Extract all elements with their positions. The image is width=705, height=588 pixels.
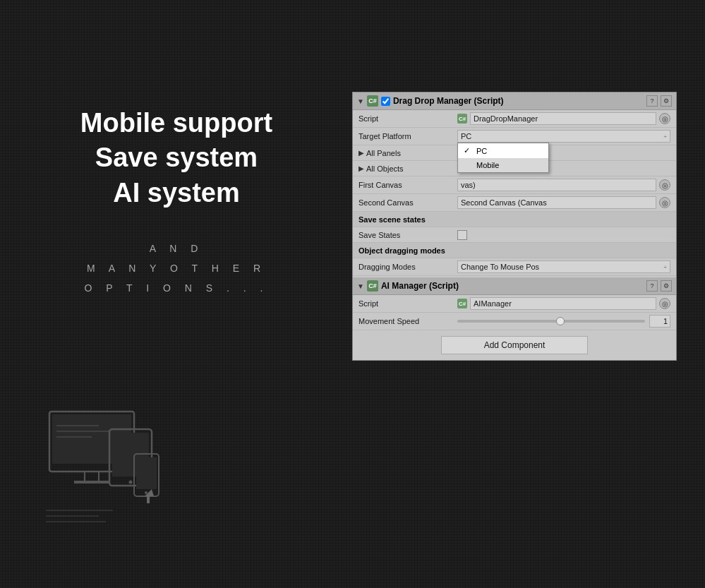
target-platform-dropdown-field[interactable]: PC ÷ [457, 130, 670, 143]
dragging-modes-dropdown-arrow: ÷ [664, 264, 667, 270]
drag-drop-enabled-checkbox[interactable] [381, 97, 390, 106]
first-canvas-circle-btn[interactable]: ◎ [659, 179, 670, 191]
first-canvas-value-container: vas) ◎ [457, 179, 670, 191]
main-heading: Mobile support Save system AI system [42, 106, 311, 210]
drag-drop-script-icon: C# [367, 95, 378, 107]
ai-manager-settings-icon[interactable]: ⚙ [661, 280, 672, 292]
dragging-modes-row: Dragging Modes Change To Mouse Pos ÷ [353, 258, 676, 276]
movement-speed-row: Movement Speed 1 [353, 313, 676, 330]
svg-rect-8 [136, 457, 157, 489]
pc-checkmark: ✓ [464, 146, 472, 155]
save-scene-states-title: Save scene states [358, 215, 426, 224]
movement-speed-slider: 1 [457, 315, 670, 328]
unity-inspector-panel: ▼ C# Drag Drop Manager (Script) ? ⚙ Scri… [352, 92, 677, 361]
save-states-checkbox-container [457, 230, 670, 240]
ai-script-file-icon: C# [457, 299, 467, 308]
subtext-line3: O P T I O N S . . . [85, 282, 269, 294]
script-field-value: DragDropManager [474, 114, 538, 123]
all-panels-label: All Panels [366, 149, 401, 157]
ai-manager-fold-arrow[interactable]: ▼ [357, 282, 364, 290]
first-canvas-field[interactable]: vas) [457, 179, 656, 191]
target-platform-row: Target Platform PC ÷ ✓ PC Mobile [353, 128, 676, 145]
ai-manager-help-icon[interactable]: ? [646, 280, 658, 292]
ai-script-field-value: AIManager [474, 299, 512, 308]
target-platform-value-container: PC ÷ ✓ PC Mobile [457, 130, 670, 143]
heading-line2: Save system [95, 143, 258, 172]
all-objects-arrow[interactable]: ▶ [358, 164, 364, 172]
script-value-container: C# DragDropManager ◎ [457, 112, 670, 125]
svg-marker-13 [145, 489, 154, 503]
ai-script-value-container: C# AIManager ◎ [457, 297, 670, 310]
dropdown-item-pc[interactable]: ✓ PC [458, 143, 548, 158]
target-platform-dropdown-popup: ✓ PC Mobile [457, 143, 549, 173]
svg-point-9 [145, 491, 147, 494]
dropdown-arrow-icon: ÷ [664, 133, 667, 140]
ai-manager-header-icons: ? ⚙ [646, 280, 672, 292]
ai-manager-title: AI Manager (Script) [381, 281, 646, 291]
second-canvas-field[interactable]: Second Canvas (Canvas [457, 196, 656, 209]
drag-drop-settings-icon[interactable]: ⚙ [661, 95, 672, 107]
dragging-modes-dropdown[interactable]: Change To Mouse Pos ÷ [457, 260, 670, 273]
movement-speed-value-container: 1 [457, 315, 670, 328]
drag-drop-help-icon[interactable]: ? [646, 95, 658, 107]
first-canvas-value: vas) [461, 181, 476, 189]
script-label: Script [358, 114, 457, 123]
ai-script-circle-btn[interactable]: ◎ [659, 298, 670, 309]
dragging-modes-label: Dragging Modes [358, 263, 457, 271]
drag-drop-title: Drag Drop Manager (Script) [393, 96, 646, 106]
all-objects-label: All Objects [366, 164, 404, 173]
heading-line3: AI system [113, 178, 240, 208]
add-component-row: Add Component [353, 330, 676, 360]
ai-manager-script-icon: C# [367, 280, 378, 292]
ai-script-label: Script [358, 299, 457, 308]
target-platform-dropdown[interactable]: PC ÷ ✓ PC Mobile [457, 130, 670, 143]
first-canvas-row: First Canvas vas) ◎ [353, 176, 676, 194]
slider-value-field[interactable]: 1 [649, 315, 670, 328]
ai-script-row: Script C# AIManager ◎ [353, 295, 676, 313]
dragging-modes-value-container: Change To Mouse Pos ÷ [457, 260, 670, 273]
second-canvas-circle-btn[interactable]: ◎ [659, 197, 670, 208]
ai-manager-component-header: ▼ C# AI Manager (Script) ? ⚙ [353, 277, 676, 295]
slider-value-text: 1 [663, 317, 668, 325]
second-canvas-value-container: Second Canvas (Canvas ◎ [457, 196, 670, 209]
heading-line1: Mobile support [80, 108, 272, 138]
script-field[interactable]: DragDropManager [470, 112, 656, 125]
svg-rect-2 [85, 472, 99, 482]
svg-point-6 [129, 481, 133, 484]
object-dragging-header: Object dragging modes [353, 243, 676, 258]
drag-drop-component-header: ▼ C# Drag Drop Manager (Script) ? ⚙ [353, 92, 676, 110]
svg-rect-3 [74, 481, 109, 484]
target-platform-label: Target Platform [358, 132, 457, 140]
subtext-line2: M A N Y O T H E R [87, 263, 266, 274]
target-platform-selected: PC [461, 132, 471, 140]
add-component-button[interactable]: Add Component [441, 336, 589, 354]
dropdown-item-mobile[interactable]: Mobile [458, 158, 548, 172]
subtext-line1: A N D [150, 243, 204, 254]
pc-option-label: PC [476, 147, 487, 155]
device-icon-area [42, 404, 198, 546]
first-canvas-label: First Canvas [358, 181, 457, 189]
dragging-modes-selected: Change To Mouse Pos [461, 263, 539, 271]
script-value: C# DragDropManager [457, 112, 656, 125]
second-canvas-label: Second Canvas [358, 198, 457, 207]
script-file-icon: C# [457, 114, 467, 124]
save-states-checkbox[interactable] [457, 230, 467, 240]
second-canvas-row: Second Canvas Second Canvas (Canvas ◎ [353, 194, 676, 212]
second-canvas-value: Second Canvas (Canvas [461, 198, 547, 207]
dragging-modes-dropdown-field[interactable]: Change To Mouse Pos ÷ [457, 260, 670, 273]
object-dragging-title: Object dragging modes [358, 246, 445, 255]
save-states-label: Save States [358, 231, 457, 239]
save-scene-states-header: Save scene states [353, 212, 676, 227]
slider-thumb[interactable] [556, 317, 565, 325]
all-panels-arrow[interactable]: ▶ [358, 149, 364, 157]
left-panel: Mobile support Save system AI system A N… [42, 106, 311, 298]
drag-drop-header-icons: ? ⚙ [646, 95, 672, 107]
slider-track[interactable] [457, 320, 645, 323]
sub-heading: A N D M A N Y O T H E R O P T I O N S . … [42, 239, 311, 298]
drag-drop-fold-arrow[interactable]: ▼ [357, 97, 364, 105]
script-circle-btn[interactable]: ◎ [659, 113, 670, 124]
ai-script-value: C# AIManager [457, 297, 656, 310]
save-states-row: Save States [353, 227, 676, 243]
ai-script-field[interactable]: AIManager [470, 297, 656, 310]
movement-speed-label: Movement Speed [358, 317, 457, 325]
